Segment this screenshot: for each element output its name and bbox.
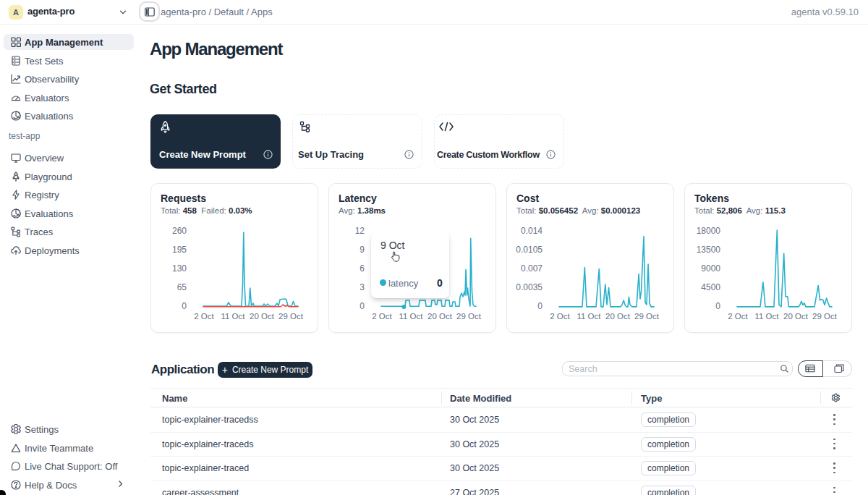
svg-text:13500: 13500 <box>697 245 721 255</box>
svg-text:20 Oct: 20 Oct <box>783 312 809 321</box>
svg-text:29 Oct: 29 Oct <box>634 312 660 321</box>
svg-text:20 Oct: 20 Oct <box>605 312 631 321</box>
svg-text:65: 65 <box>177 282 187 292</box>
svg-text:29 Oct: 29 Oct <box>456 312 482 321</box>
svg-text:6: 6 <box>359 263 365 274</box>
svg-text:0.0105: 0.0105 <box>516 245 542 255</box>
svg-text:3: 3 <box>359 282 365 292</box>
svg-text:18000: 18000 <box>697 226 721 236</box>
svg-text:2 Oct: 2 Oct <box>372 312 392 321</box>
svg-text:29 Oct: 29 Oct <box>278 312 304 321</box>
svg-text:11 Oct: 11 Oct <box>576 312 601 321</box>
svg-text:2 Oct: 2 Oct <box>728 312 748 321</box>
svg-text:2 Oct: 2 Oct <box>550 312 570 321</box>
svg-text:20 Oct: 20 Oct <box>250 312 275 321</box>
svg-text:11 Oct: 11 Oct <box>221 312 245 321</box>
svg-text:0: 0 <box>537 301 542 311</box>
svg-text:11 Oct: 11 Oct <box>754 312 779 321</box>
svg-text:130: 130 <box>172 263 187 274</box>
svg-text:195: 195 <box>172 245 187 255</box>
svg-text:260: 260 <box>172 226 187 236</box>
svg-text:0: 0 <box>182 301 187 311</box>
svg-text:4500: 4500 <box>701 282 720 292</box>
svg-text:0.007: 0.007 <box>521 263 542 274</box>
svg-text:12: 12 <box>355 226 365 236</box>
svg-text:0.014: 0.014 <box>521 226 542 236</box>
svg-text:2 Oct: 2 Oct <box>194 312 214 321</box>
svg-text:0: 0 <box>359 301 365 311</box>
svg-text:9: 9 <box>359 245 365 255</box>
svg-text:20 Oct: 20 Oct <box>427 312 453 321</box>
svg-text:0: 0 <box>715 301 720 311</box>
svg-text:29 Oct: 29 Oct <box>812 312 838 321</box>
svg-text:0.0035: 0.0035 <box>516 282 542 292</box>
svg-text:11 Oct: 11 Oct <box>399 312 423 321</box>
svg-text:9000: 9000 <box>701 263 720 274</box>
